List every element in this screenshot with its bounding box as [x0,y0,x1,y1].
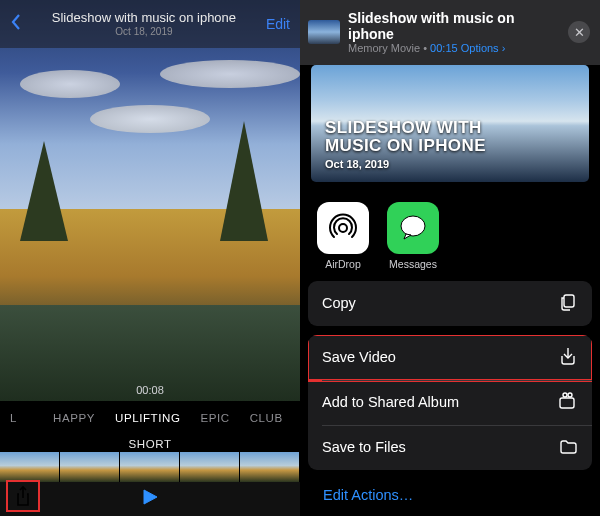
thumbnail-strip[interactable] [0,452,300,482]
playback-toolbar [0,482,300,516]
messages-icon [387,202,439,254]
thumbnail[interactable] [120,452,180,482]
hero-date: Oct 18, 2019 [325,158,486,170]
thumbnail[interactable] [180,452,240,482]
share-header-thumbnail [308,20,340,44]
mood-item[interactable]: CLUB [250,412,283,424]
back-icon[interactable] [10,13,22,35]
mood-selector[interactable]: L HAPPY UPLIFTING EPIC CLUB EX [0,405,300,431]
edit-button[interactable]: Edit [266,16,290,32]
svg-point-7 [563,393,567,397]
play-button[interactable] [141,488,159,510]
length-label[interactable]: SHORT [128,438,171,450]
save-video-label: Save Video [322,349,396,365]
main-photo[interactable] [0,0,300,401]
share-apps-row: AirDrop Messages [300,182,600,276]
svg-point-3 [401,216,425,236]
mood-item-selected[interactable]: UPLIFTING [115,412,180,424]
svg-point-2 [339,224,347,232]
svg-rect-4 [564,295,574,307]
share-sheet-pane: Slideshow with music on iphone Memory Mo… [300,0,600,516]
svg-rect-6 [560,398,574,408]
messages-label: Messages [378,258,448,270]
actions-list: Copy Save Video Add to Shared Album [300,276,600,511]
header-title-block: Slideshow with music on iphone Oct 18, 2… [22,11,266,36]
airdrop-app[interactable]: AirDrop [308,202,378,270]
header-date: Oct 18, 2019 [22,26,266,37]
thumbnail[interactable] [60,452,120,482]
mood-item[interactable]: L [10,412,17,424]
header-title: Slideshow with music on iphone [22,11,266,25]
nav-header: Slideshow with music on iphone Oct 18, 2… [0,0,300,48]
thumbnail[interactable] [0,452,60,482]
copy-label: Copy [322,295,356,311]
add-shared-album-action[interactable]: Add to Shared Album [308,380,592,425]
share-header: Slideshow with music on iphone Memory Mo… [300,0,600,65]
svg-marker-1 [144,490,157,504]
slideshow-editor-pane: Slideshow with music on iphone Oct 18, 2… [0,0,300,516]
airdrop-icon [317,202,369,254]
hero-line2: MUSIC ON IPHONE [325,137,486,154]
download-icon [558,346,578,369]
share-title: Slideshow with music on iphone [348,10,560,42]
playback-time: 00:08 [136,384,164,396]
save-video-action[interactable]: Save Video [308,335,592,380]
copy-action[interactable]: Copy [308,281,592,326]
mood-item[interactable]: HAPPY [53,412,95,424]
messages-app[interactable]: Messages [378,202,448,270]
add-shared-label: Add to Shared Album [322,394,459,410]
save-files-label: Save to Files [322,439,406,455]
mood-item[interactable]: EPIC [200,412,229,424]
copy-icon [558,292,578,315]
options-link[interactable]: Options › [461,42,506,54]
shared-album-icon [556,391,578,414]
svg-point-8 [568,393,572,397]
hero-line1: SLIDESHOW WITH [325,119,486,136]
save-to-files-action[interactable]: Save to Files [308,425,592,470]
folder-icon [558,436,578,459]
edit-actions-link[interactable]: Edit Actions… [308,479,592,511]
thumbnail[interactable] [240,452,300,482]
hero-preview: SLIDESHOW WITH MUSIC ON IPHONE Oct 18, 2… [311,65,589,182]
close-button[interactable]: ✕ [568,21,590,43]
share-subtitle: Memory Movie • 00:15 Options › [348,42,560,55]
share-button[interactable] [6,480,40,512]
airdrop-label: AirDrop [308,258,378,270]
